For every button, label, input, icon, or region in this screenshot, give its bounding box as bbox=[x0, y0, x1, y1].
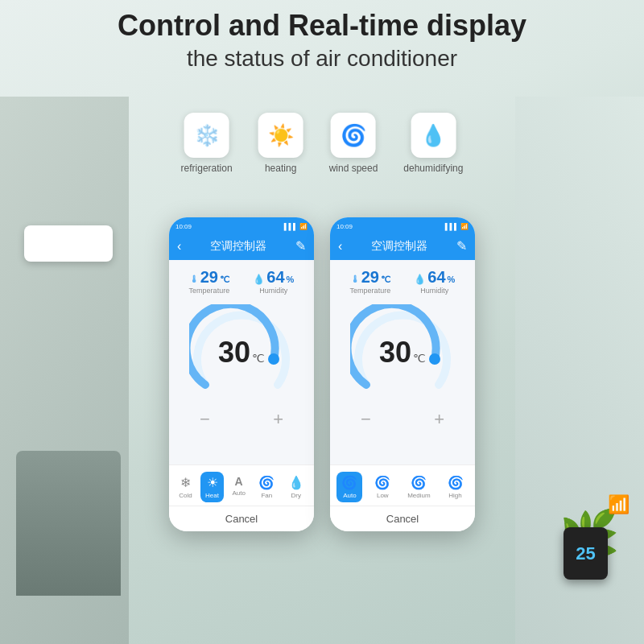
phone1-plus-button[interactable]: + bbox=[266, 406, 290, 433]
phone1-humidity-value: 💧 64 % bbox=[253, 268, 294, 287]
phone2-temp-icon: 🌡 bbox=[350, 274, 360, 285]
phone1-mode-fan[interactable]: 🌀 Fan bbox=[254, 472, 279, 502]
ac-unit bbox=[24, 225, 113, 262]
heating-label: heating bbox=[265, 163, 296, 174]
phone-1: 10:09 ▌▌▌ 📶 ‹ 空调控制器 ✎ 🌡 29 ℃ Temperature bbox=[169, 217, 314, 531]
phone2-humidity-icon: 💧 bbox=[414, 274, 426, 285]
svg-point-1 bbox=[429, 353, 440, 365]
dehumidifying-label: dehumidifying bbox=[403, 163, 463, 174]
phone2-auto-icon: 🌀 bbox=[341, 475, 357, 490]
cold-mode-label: Cold bbox=[179, 492, 192, 499]
phone1-sensor-row: 🌡 29 ℃ Temperature 💧 64 % Humidity bbox=[177, 268, 306, 295]
dry-mode-icon: 💧 bbox=[288, 475, 304, 490]
fan-mode-icon: 🌀 bbox=[258, 475, 275, 490]
wind-speed-icon-box: 🌀 bbox=[331, 113, 376, 158]
wind-speed-icon: 🌀 bbox=[341, 123, 366, 148]
phone1-controls: − + bbox=[177, 404, 306, 435]
refrigeration-icon: ❄️ bbox=[194, 123, 220, 148]
phone1-mode-dry[interactable]: 💧 Dry bbox=[283, 472, 309, 502]
phone1-edit-icon[interactable]: ✎ bbox=[295, 238, 306, 254]
heat-mode-icon: ☀ bbox=[207, 475, 218, 490]
smart-thermostat: 25 bbox=[564, 527, 608, 580]
phone2-signal: ▌▌▌ 📶 bbox=[445, 223, 469, 230]
phone2-status-bar: 10:09 ▌▌▌ 📶 bbox=[330, 217, 475, 235]
dehumidifying-icon-box: 💧 bbox=[411, 113, 456, 158]
auto-mode-label: Auto bbox=[232, 489, 245, 497]
phone2-medium-label: Medium bbox=[407, 492, 430, 499]
refrigeration-label: refrigeration bbox=[181, 163, 233, 174]
phone2-plus-button[interactable]: + bbox=[427, 406, 451, 433]
phone2-mode-auto[interactable]: 🌀 Auto bbox=[336, 472, 362, 502]
phone1-signal: ▌▌▌ 📶 bbox=[284, 223, 308, 230]
phone2-title: 空调控制器 bbox=[371, 239, 427, 254]
phone2-header: ‹ 空调控制器 ✎ bbox=[330, 235, 475, 260]
phone1-title: 空调控制器 bbox=[210, 239, 266, 254]
phone1-status-bar: 10:09 ▌▌▌ 📶 bbox=[169, 217, 314, 235]
phone2-mode-medium[interactable]: 🌀 Medium bbox=[402, 472, 435, 502]
phone1-temp: 🌡 29 ℃ Temperature bbox=[189, 268, 230, 295]
cold-mode-icon: ❄ bbox=[180, 475, 191, 490]
icon-dehumidifying: 💧 dehumidifying bbox=[403, 113, 463, 174]
fan-mode-label: Fan bbox=[261, 492, 272, 499]
phone1-temp-icon: 🌡 bbox=[189, 274, 199, 285]
header-subtitle: the status of air conditioner bbox=[0, 43, 644, 74]
phone1-minus-button[interactable]: − bbox=[193, 406, 217, 433]
phone2-sensor-row: 🌡 29 ℃ Temperature 💧 64 % Humidity bbox=[338, 268, 467, 295]
phone1-back-icon[interactable]: ‹ bbox=[177, 239, 181, 254]
phone1-temp-value: 🌡 29 ℃ bbox=[189, 268, 229, 287]
phone2-humidity: 💧 64 % Humidity bbox=[414, 268, 455, 295]
phone2-auto-label: Auto bbox=[343, 492, 356, 499]
heating-icon: ☀️ bbox=[268, 123, 294, 148]
dehumidifying-icon: 💧 bbox=[420, 123, 446, 148]
phone1-humidity-icon: 💧 bbox=[253, 274, 265, 285]
svg-point-0 bbox=[268, 353, 279, 365]
bed-area bbox=[16, 451, 121, 596]
phone2-medium-icon: 🌀 bbox=[411, 475, 427, 490]
phone2-temp: 🌡 29 ℃ Temperature bbox=[350, 268, 391, 295]
phone1-cancel-button[interactable]: Cancel bbox=[169, 506, 314, 531]
phone2-minus-button[interactable]: − bbox=[354, 406, 378, 433]
icon-refrigeration: ❄️ refrigeration bbox=[181, 113, 233, 174]
phone1-body: 🌡 29 ℃ Temperature 💧 64 % Humidity bbox=[169, 260, 314, 464]
phone2-edit-icon[interactable]: ✎ bbox=[456, 238, 467, 254]
phone2-high-icon: 🌀 bbox=[448, 475, 464, 490]
phone2-body: 🌡 29 ℃ Temperature 💧 64 % Humidity bbox=[330, 260, 475, 464]
phone1-time: 10:09 bbox=[175, 223, 192, 230]
header-section: Control and Real-time display the status… bbox=[0, 8, 644, 74]
wifi-icon: 📶 bbox=[608, 494, 630, 515]
phone1-mode-cold[interactable]: ❄ Cold bbox=[174, 472, 196, 502]
phone2-low-icon: 🌀 bbox=[374, 475, 390, 490]
phone2-modes-row: 🌀 Auto 🌀 Low 🌀 Medium 🌀 High bbox=[330, 464, 475, 506]
phone2-low-label: Low bbox=[377, 492, 389, 499]
feature-icons-row: ❄️ refrigeration ☀️ heating 🌀 wind speed… bbox=[181, 113, 464, 174]
phones-container: 10:09 ▌▌▌ 📶 ‹ 空调控制器 ✎ 🌡 29 ℃ Temperature bbox=[169, 217, 475, 531]
phone1-mode-auto[interactable]: A Auto bbox=[227, 472, 250, 502]
phone1-dial: 30 ℃ bbox=[177, 304, 306, 401]
header-title: Control and Real-time display bbox=[0, 8, 644, 43]
heating-icon-box: ☀️ bbox=[258, 113, 303, 158]
icon-wind-speed: 🌀 wind speed bbox=[329, 113, 378, 174]
phone2-temp-value: 🌡 29 ℃ bbox=[350, 268, 390, 287]
phone1-dial-number: 30 ℃ bbox=[218, 336, 265, 369]
phone2-back-icon[interactable]: ‹ bbox=[338, 239, 342, 254]
phone2-high-label: High bbox=[448, 492, 461, 499]
auto-mode-icon: A bbox=[235, 475, 243, 488]
dry-mode-label: Dry bbox=[291, 492, 300, 499]
phone2-dial-number: 30 ℃ bbox=[379, 336, 426, 369]
phone1-header: ‹ 空调控制器 ✎ bbox=[169, 235, 314, 260]
heat-mode-label: Heat bbox=[205, 492, 219, 499]
wind-speed-label: wind speed bbox=[329, 163, 378, 174]
refrigeration-icon-box: ❄️ bbox=[184, 113, 229, 158]
phone2-mode-low[interactable]: 🌀 Low bbox=[369, 472, 395, 502]
phone2-mode-high[interactable]: 🌀 High bbox=[443, 472, 469, 502]
phone1-mode-heat[interactable]: ☀ Heat bbox=[200, 472, 224, 502]
phone2-humidity-value: 💧 64 % bbox=[414, 268, 455, 287]
phone-2: 10:09 ▌▌▌ 📶 ‹ 空调控制器 ✎ 🌡 29 ℃ Temperature bbox=[330, 217, 475, 531]
phone2-controls: − + bbox=[338, 404, 467, 435]
phone1-humidity: 💧 64 % Humidity bbox=[253, 268, 294, 295]
phone2-time: 10:09 bbox=[336, 223, 353, 230]
phone2-dial: 30 ℃ bbox=[338, 304, 467, 401]
phone1-modes-row: ❄ Cold ☀ Heat A Auto 🌀 Fan 💧 Dry bbox=[169, 464, 314, 506]
icon-heating: ☀️ heating bbox=[258, 113, 303, 174]
phone2-cancel-button[interactable]: Cancel bbox=[330, 506, 475, 531]
